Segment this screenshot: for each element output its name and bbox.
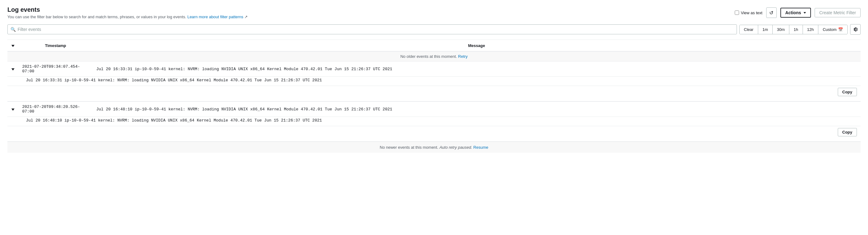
search-icon: 🔍 [10,27,16,32]
time-1h-button[interactable]: 1h [789,25,803,34]
actions-dropdown-arrow [804,12,806,14]
copy-button-2[interactable]: Copy [838,128,857,136]
header-section: Log events You can use the filter bar be… [7,6,861,19]
table-body: No older events at this moment. Retry 20… [7,51,861,153]
expand-cell-1[interactable] [7,61,19,77]
table-row: 2021-07-20T09:34:07.454-07:00 Jul 20 16:… [7,61,861,77]
create-metric-filter-button[interactable]: Create Metric Filter [815,8,861,17]
expand-row-chevron-2[interactable] [11,108,14,111]
table-row: 2021-07-20T09:48:20.526-07:00 Jul 20 16:… [7,101,861,117]
subtitle: You can use the filter bar below to sear… [7,15,248,19]
top-controls-row: Log events You can use the filter bar be… [7,6,861,19]
message-2: Jul 20 16:48:10 ip-10-0-59-41 kernel: NV… [93,101,861,117]
gear-icon [853,27,858,32]
page-container: Log events You can use the filter bar be… [0,0,868,159]
time-12h-button[interactable]: 12h [803,25,819,34]
retry-link[interactable]: Retry [458,54,468,59]
custom-time-button[interactable]: Custom 📅 [818,25,847,34]
clear-button[interactable]: Clear [740,25,758,34]
table-header: Timestamp Message [7,40,861,52]
view-as-text-checkbox[interactable] [735,10,739,15]
expanded-detail-text-2: Jul 20 16:48:10 ip-10-0-59-41 kernel: NV… [11,118,857,123]
time-30m-button[interactable]: 30m [773,25,789,34]
refresh-button[interactable]: ↺ [766,7,777,18]
learn-more-link[interactable]: Learn more about filter patterns [187,15,243,19]
right-controls: View as text ↺ Actions Create Metric Fil… [735,7,861,18]
time-1m-button[interactable]: 1m [758,25,773,34]
settings-button[interactable] [850,24,861,35]
col-timestamp-header: Timestamp [19,40,93,52]
timestamp-1: 2021-07-20T09:34:07.454-07:00 [19,61,93,77]
expand-all-chevron[interactable] [11,45,14,47]
expanded-detail-text-1: Jul 20 16:33:31 ip-10-0-59-41 kernel: NV… [11,78,857,83]
copy-row-2: Copy [7,126,861,142]
copy-section-2: Copy [10,127,858,139]
actions-button[interactable]: Actions [780,8,811,18]
expanded-detail-row-2: Jul 20 16:48:10 ip-10-0-59-41 kernel: NV… [7,117,861,126]
col-expand-header [7,40,19,52]
copy-button-1[interactable]: Copy [838,88,857,96]
expand-row-chevron-1[interactable] [11,68,14,71]
filter-input-wrapper: 🔍 [7,24,737,34]
copy-row-1: Copy [7,86,861,102]
log-table: Timestamp Message No older events at thi… [7,40,861,153]
filter-row: 🔍 Clear 1m 30m 1h 12h Custom 📅 [7,24,861,35]
no-newer-events-row: No newer events at this moment. Auto ret… [7,141,861,153]
page-title: Log events [7,6,248,13]
filter-events-input[interactable] [7,24,737,34]
calendar-icon: 📅 [838,27,843,32]
refresh-icon: ↺ [769,10,773,16]
timestamp-2: 2021-07-20T09:48:20.526-07:00 [19,101,93,117]
no-older-events-row: No older events at this moment. Retry [7,51,861,61]
message-1: Jul 20 16:33:31 ip-10-0-59-41 kernel: NV… [93,61,861,77]
view-as-text-label[interactable]: View as text [735,10,763,15]
title-subtitle-group: Log events You can use the filter bar be… [7,6,248,19]
resume-link[interactable]: Resume [473,145,488,150]
expanded-detail-row-1: Jul 20 16:33:31 ip-10-0-59-41 kernel: NV… [7,77,861,86]
col-message-header: Message [93,40,861,52]
expand-cell-2[interactable] [7,101,19,117]
time-range-buttons: Clear 1m 30m 1h 12h Custom 📅 [739,25,848,34]
copy-section-1: Copy [10,86,858,99]
